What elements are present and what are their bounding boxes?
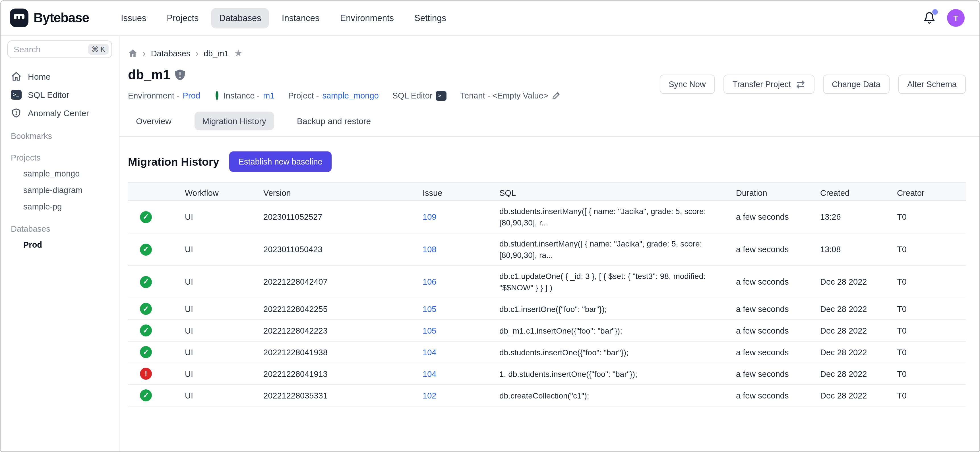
breadcrumb-current: db_m1 [204, 49, 229, 58]
transfer-project-button[interactable]: Transfer Project [724, 75, 814, 94]
nav-issues[interactable]: Issues [113, 8, 154, 28]
column-header-status [128, 188, 185, 198]
success-icon: ✓ [140, 211, 152, 223]
sidebar-item-label: Home [28, 72, 51, 81]
establish-baseline-button[interactable]: Establish new baseline [229, 152, 332, 172]
tab-bar: Overview Migration History Backup and re… [119, 101, 980, 137]
issue-link[interactable]: 108 [423, 245, 436, 254]
sidebar-item-sql-editor[interactable]: >_ SQL Editor [7, 85, 112, 104]
workflow-cell: UI [185, 272, 263, 292]
sidebar-item-sample-diagram[interactable]: sample-diagram [7, 182, 112, 198]
issue-link[interactable]: 105 [423, 326, 436, 335]
terminal-icon: >_ [436, 91, 447, 101]
table-row: ✓ UI 20221228042407 106 db.c1.updateOne(… [128, 266, 966, 298]
nav-settings[interactable]: Settings [406, 8, 454, 28]
duration-cell: a few seconds [736, 299, 820, 319]
table-header-row: Workflow Version Issue SQL Duration Crea… [128, 182, 966, 201]
creator-cell: T0 [897, 364, 966, 384]
table-row: ✓ UI 20221228041938 104 db.students.inse… [128, 342, 966, 363]
topbar: Bytebase Issues Projects Databases Insta… [0, 0, 980, 36]
environment-link[interactable]: Prod [183, 91, 200, 100]
version-cell: 20221228041938 [263, 342, 423, 363]
page-header: db_m1 Environment - Prod Instance - m1 [119, 59, 980, 101]
notification-dot [932, 9, 938, 15]
workflow-cell: UI [185, 364, 263, 384]
nav-databases[interactable]: Databases [211, 8, 269, 28]
edit-tenant-pencil-icon[interactable] [552, 91, 561, 100]
success-icon: ✓ [140, 303, 152, 315]
breadcrumb-home-icon[interactable] [128, 48, 138, 58]
page-actions: Sync Now Transfer Project Change Data Al… [660, 75, 966, 94]
sidebar-item-prod[interactable]: Prod [7, 236, 112, 253]
version-cell: 2023011050423 [263, 239, 423, 260]
sql-cell: db_m1.c1.insertOne({"foo": "bar"}); [500, 320, 736, 341]
creator-cell: T0 [897, 342, 966, 363]
search-box[interactable]: ⌘ K [7, 40, 112, 58]
breadcrumb-databases[interactable]: Databases [151, 49, 191, 58]
workflow-cell: UI [185, 342, 263, 363]
tab-backup-and-restore[interactable]: Backup and restore [289, 112, 379, 130]
section-title: Migration History [128, 155, 219, 168]
creator-cell: T0 [897, 385, 966, 406]
tab-migration-history[interactable]: Migration History [194, 112, 274, 130]
notification-bell-button[interactable] [923, 11, 935, 24]
version-cell: 20221228042255 [263, 299, 423, 319]
sidebar-section-projects: Projects [7, 150, 112, 165]
terminal-icon: >_ [11, 89, 22, 99]
bytebase-logo-icon [10, 8, 29, 27]
issue-link[interactable]: 104 [423, 369, 436, 378]
sidebar-item-sample-pg[interactable]: sample-pg [7, 198, 112, 215]
sidebar-item-label: SQL Editor [28, 89, 69, 99]
transfer-arrows-icon [795, 80, 805, 88]
created-cell: Dec 28 2022 [820, 385, 897, 406]
version-cell: 20221228042223 [263, 320, 423, 341]
column-header-version: Version [263, 183, 423, 203]
table-row: ✓ UI 2023011052527 109 db.students.inser… [128, 201, 966, 233]
instance-link[interactable]: m1 [263, 91, 274, 100]
sql-cell: db.c1.updateOne( { _id: 3 }, [ { $set: {… [500, 266, 736, 298]
sidebar-section-databases: Databases [7, 222, 112, 236]
tenant-label: Tenant - <Empty Value> [460, 91, 548, 100]
search-input[interactable] [14, 45, 88, 54]
sidebar-item-sample-mongo[interactable]: sample_mongo [7, 165, 112, 182]
avatar[interactable]: T [947, 9, 965, 27]
workflow-cell: UI [185, 239, 263, 260]
table-row: ✓ UI 20221228042223 105 db_m1.c1.insertO… [128, 320, 966, 342]
sql-cell: 1. db.students.insertOne({"foo": "bar"})… [500, 364, 736, 384]
nav-instances[interactable]: Instances [274, 8, 328, 28]
created-cell: Dec 28 2022 [820, 364, 897, 384]
breadcrumb: › Databases › db_m1 ★ [119, 36, 980, 59]
workflow-cell: UI [185, 299, 263, 319]
creator-cell: T0 [897, 272, 966, 292]
sql-cell: db.students.insertMany([ { name: "Jacika… [500, 201, 736, 233]
issue-link[interactable]: 106 [423, 277, 436, 286]
issue-link[interactable]: 109 [423, 212, 436, 222]
issue-link[interactable]: 104 [423, 348, 436, 357]
table-row: ! UI 20221228041913 104 1. db.students.i… [128, 363, 966, 385]
sql-editor-link[interactable]: SQL Editor >_ [393, 91, 447, 101]
alter-schema-button[interactable]: Alter Schema [898, 75, 966, 94]
change-data-button[interactable]: Change Data [823, 75, 889, 94]
created-cell: Dec 28 2022 [820, 272, 897, 292]
creator-cell: T0 [897, 320, 966, 341]
issue-link[interactable]: 102 [423, 391, 436, 400]
nav-projects[interactable]: Projects [159, 8, 207, 28]
table-row: ✓ UI 20221228042255 105 db.c1.insertOne(… [128, 298, 966, 320]
sidebar-item-home[interactable]: Home [7, 67, 112, 85]
project-link[interactable]: sample_mongo [322, 91, 379, 100]
migration-table-body: ✓ UI 2023011052527 109 db.students.inser… [128, 201, 966, 406]
home-icon [11, 71, 22, 82]
instance-label: Instance - [224, 91, 259, 100]
bytebase-logo[interactable]: Bytebase [10, 8, 89, 27]
duration-cell: a few seconds [736, 272, 820, 292]
sidebar-item-anomaly-center[interactable]: Anomaly Center [7, 104, 112, 122]
tab-overview[interactable]: Overview [128, 112, 180, 130]
nav-environments[interactable]: Environments [332, 8, 402, 28]
bookmark-star-icon[interactable]: ★ [234, 47, 243, 59]
project-label: Project - [288, 91, 319, 100]
sql-cell: db.student.insertMany([ { name: "Jacika"… [500, 233, 736, 265]
column-header-workflow: Workflow [185, 183, 263, 203]
sync-now-button[interactable]: Sync Now [660, 75, 715, 94]
created-cell: 13:26 [820, 207, 897, 227]
issue-link[interactable]: 105 [423, 304, 436, 313]
